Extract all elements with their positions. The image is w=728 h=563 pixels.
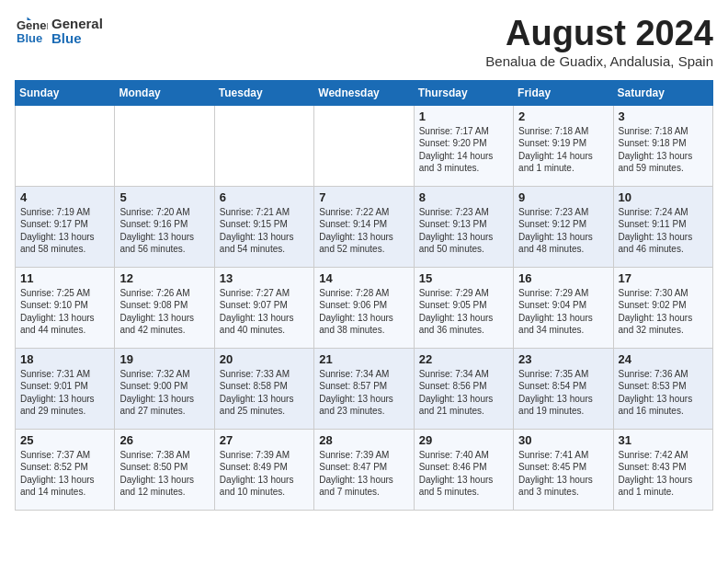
calendar-cell <box>16 105 115 186</box>
day-info: Sunrise: 7:27 AM Sunset: 9:07 PM Dayligh… <box>220 287 309 337</box>
day-info: Sunrise: 7:34 AM Sunset: 8:56 PM Dayligh… <box>419 368 508 418</box>
logo-icon: General Blue <box>15 15 48 48</box>
day-number: 1 <box>419 109 508 123</box>
week-row-3: 11Sunrise: 7:25 AM Sunset: 9:10 PM Dayli… <box>16 267 713 348</box>
day-number: 24 <box>619 352 708 366</box>
column-header-tuesday: Tuesday <box>214 80 313 105</box>
day-number: 26 <box>119 433 209 447</box>
calendar-cell: 21Sunrise: 7:34 AM Sunset: 8:57 PM Dayli… <box>314 348 414 429</box>
day-info: Sunrise: 7:23 AM Sunset: 9:12 PM Dayligh… <box>518 206 608 256</box>
day-number: 17 <box>619 271 708 285</box>
day-number: 8 <box>419 190 508 204</box>
day-info: Sunrise: 7:28 AM Sunset: 9:06 PM Dayligh… <box>319 287 408 337</box>
day-info: Sunrise: 7:22 AM Sunset: 9:14 PM Dayligh… <box>319 206 408 256</box>
calendar-cell: 4Sunrise: 7:19 AM Sunset: 9:17 PM Daylig… <box>16 186 115 267</box>
calendar-cell: 31Sunrise: 7:42 AM Sunset: 8:43 PM Dayli… <box>613 429 712 510</box>
calendar-cell: 2Sunrise: 7:18 AM Sunset: 9:19 PM Daylig… <box>514 105 613 186</box>
day-info: Sunrise: 7:19 AM Sunset: 9:17 PM Dayligh… <box>20 206 109 256</box>
day-number: 31 <box>619 433 708 447</box>
day-number: 25 <box>20 433 109 447</box>
logo: General Blue General Blue <box>15 15 103 48</box>
calendar-cell: 10Sunrise: 7:24 AM Sunset: 9:11 PM Dayli… <box>613 186 712 267</box>
day-number: 5 <box>119 190 209 204</box>
title-block: August 2024 Benalua de Guadix, Andalusia… <box>485 15 713 69</box>
calendar-cell <box>214 105 313 186</box>
header-row: SundayMondayTuesdayWednesdayThursdayFrid… <box>16 80 713 105</box>
day-number: 7 <box>319 190 408 204</box>
day-number: 23 <box>518 352 608 366</box>
day-info: Sunrise: 7:24 AM Sunset: 9:11 PM Dayligh… <box>619 206 708 256</box>
calendar-cell: 18Sunrise: 7:31 AM Sunset: 9:01 PM Dayli… <box>16 348 115 429</box>
calendar-cell: 17Sunrise: 7:30 AM Sunset: 9:02 PM Dayli… <box>613 267 712 348</box>
day-info: Sunrise: 7:39 AM Sunset: 8:47 PM Dayligh… <box>319 449 408 499</box>
calendar-cell: 20Sunrise: 7:33 AM Sunset: 8:58 PM Dayli… <box>214 348 313 429</box>
calendar-body: 1Sunrise: 7:17 AM Sunset: 9:20 PM Daylig… <box>16 105 713 510</box>
calendar-table: SundayMondayTuesdayWednesdayThursdayFrid… <box>15 80 713 511</box>
calendar-cell: 8Sunrise: 7:23 AM Sunset: 9:13 PM Daylig… <box>414 186 513 267</box>
calendar-cell: 28Sunrise: 7:39 AM Sunset: 8:47 PM Dayli… <box>314 429 414 510</box>
day-info: Sunrise: 7:34 AM Sunset: 8:57 PM Dayligh… <box>319 368 408 418</box>
calendar-cell: 1Sunrise: 7:17 AM Sunset: 9:20 PM Daylig… <box>414 105 513 186</box>
day-info: Sunrise: 7:18 AM Sunset: 9:18 PM Dayligh… <box>619 125 708 175</box>
day-number: 9 <box>518 190 608 204</box>
calendar-cell: 7Sunrise: 7:22 AM Sunset: 9:14 PM Daylig… <box>314 186 414 267</box>
day-number: 22 <box>419 352 508 366</box>
month-title: August 2024 <box>485 15 713 53</box>
column-header-saturday: Saturday <box>613 80 712 105</box>
calendar-cell: 5Sunrise: 7:20 AM Sunset: 9:16 PM Daylig… <box>115 186 214 267</box>
calendar-cell: 25Sunrise: 7:37 AM Sunset: 8:52 PM Dayli… <box>16 429 115 510</box>
day-number: 12 <box>119 271 209 285</box>
week-row-1: 1Sunrise: 7:17 AM Sunset: 9:20 PM Daylig… <box>16 105 713 186</box>
day-info: Sunrise: 7:17 AM Sunset: 9:20 PM Dayligh… <box>419 125 508 175</box>
day-info: Sunrise: 7:20 AM Sunset: 9:16 PM Dayligh… <box>119 206 209 256</box>
column-header-thursday: Thursday <box>414 80 513 105</box>
logo-general-text: General <box>51 17 103 32</box>
week-row-4: 18Sunrise: 7:31 AM Sunset: 9:01 PM Dayli… <box>16 348 713 429</box>
logo-blue-text: Blue <box>51 31 103 47</box>
calendar-cell: 6Sunrise: 7:21 AM Sunset: 9:15 PM Daylig… <box>214 186 313 267</box>
day-number: 15 <box>419 271 508 285</box>
day-number: 13 <box>220 271 309 285</box>
day-number: 18 <box>20 352 109 366</box>
day-number: 30 <box>518 433 608 447</box>
calendar-cell: 15Sunrise: 7:29 AM Sunset: 9:05 PM Dayli… <box>414 267 513 348</box>
calendar-cell <box>115 105 214 186</box>
day-info: Sunrise: 7:29 AM Sunset: 9:04 PM Dayligh… <box>518 287 608 337</box>
day-info: Sunrise: 7:35 AM Sunset: 8:54 PM Dayligh… <box>518 368 608 418</box>
day-info: Sunrise: 7:33 AM Sunset: 8:58 PM Dayligh… <box>220 368 309 418</box>
day-number: 21 <box>319 352 408 366</box>
column-header-sunday: Sunday <box>16 80 115 105</box>
day-info: Sunrise: 7:36 AM Sunset: 8:53 PM Dayligh… <box>619 368 708 418</box>
day-info: Sunrise: 7:40 AM Sunset: 8:46 PM Dayligh… <box>419 449 508 499</box>
location-subtitle: Benalua de Guadix, Andalusia, Spain <box>485 53 713 69</box>
week-row-2: 4Sunrise: 7:19 AM Sunset: 9:17 PM Daylig… <box>16 186 713 267</box>
day-info: Sunrise: 7:26 AM Sunset: 9:08 PM Dayligh… <box>119 287 209 337</box>
column-header-monday: Monday <box>115 80 214 105</box>
column-header-wednesday: Wednesday <box>314 80 414 105</box>
day-number: 2 <box>518 109 608 123</box>
calendar-cell: 3Sunrise: 7:18 AM Sunset: 9:18 PM Daylig… <box>613 105 712 186</box>
day-info: Sunrise: 7:30 AM Sunset: 9:02 PM Dayligh… <box>619 287 708 337</box>
day-info: Sunrise: 7:23 AM Sunset: 9:13 PM Dayligh… <box>419 206 508 256</box>
calendar-cell: 16Sunrise: 7:29 AM Sunset: 9:04 PM Dayli… <box>514 267 613 348</box>
calendar-cell: 12Sunrise: 7:26 AM Sunset: 9:08 PM Dayli… <box>115 267 214 348</box>
svg-text:General: General <box>17 18 48 32</box>
day-number: 28 <box>319 433 408 447</box>
calendar-cell: 29Sunrise: 7:40 AM Sunset: 8:46 PM Dayli… <box>414 429 513 510</box>
day-info: Sunrise: 7:21 AM Sunset: 9:15 PM Dayligh… <box>220 206 309 256</box>
calendar-cell: 19Sunrise: 7:32 AM Sunset: 9:00 PM Dayli… <box>115 348 214 429</box>
calendar-cell: 14Sunrise: 7:28 AM Sunset: 9:06 PM Dayli… <box>314 267 414 348</box>
day-number: 6 <box>220 190 309 204</box>
column-header-friday: Friday <box>514 80 613 105</box>
day-number: 27 <box>220 433 309 447</box>
day-number: 4 <box>20 190 109 204</box>
calendar-cell: 24Sunrise: 7:36 AM Sunset: 8:53 PM Dayli… <box>613 348 712 429</box>
day-info: Sunrise: 7:42 AM Sunset: 8:43 PM Dayligh… <box>619 449 708 499</box>
day-number: 16 <box>518 271 608 285</box>
day-number: 14 <box>319 271 408 285</box>
day-number: 10 <box>619 190 708 204</box>
calendar-cell: 23Sunrise: 7:35 AM Sunset: 8:54 PM Dayli… <box>514 348 613 429</box>
day-info: Sunrise: 7:31 AM Sunset: 9:01 PM Dayligh… <box>20 368 109 418</box>
svg-text:Blue: Blue <box>17 31 42 45</box>
day-number: 29 <box>419 433 508 447</box>
